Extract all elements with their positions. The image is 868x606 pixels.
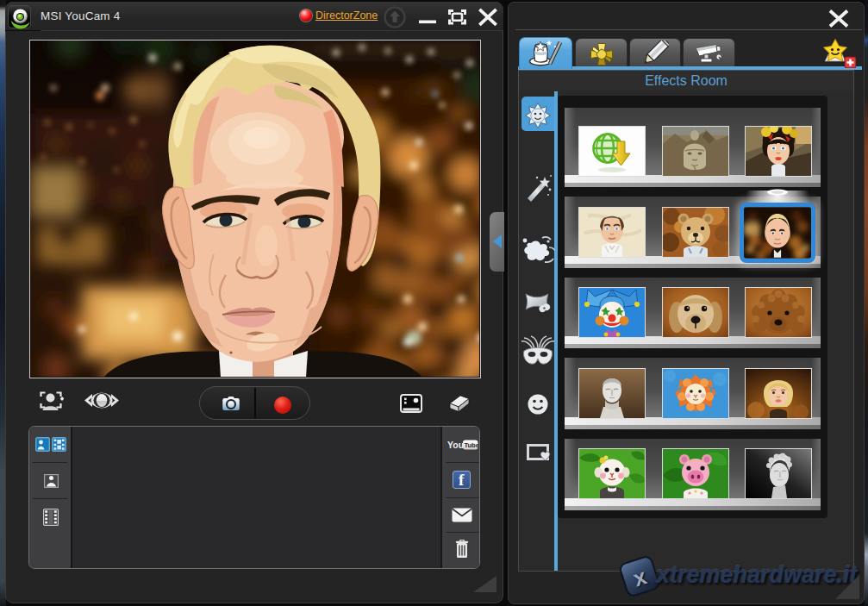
svg-text:Tube: Tube bbox=[464, 441, 478, 449]
svg-text:You: You bbox=[447, 440, 464, 450]
